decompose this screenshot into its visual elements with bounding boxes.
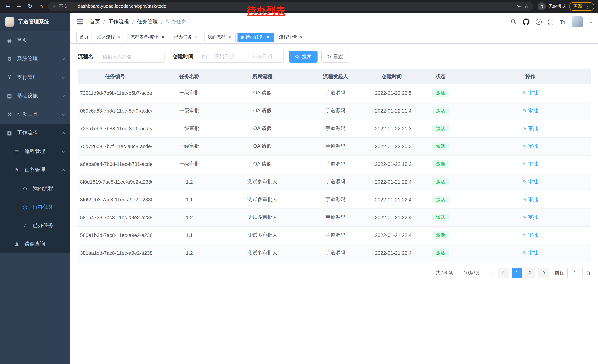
- close-icon[interactable]: ×: [299, 35, 304, 40]
- breadcrumb-item[interactable]: 工作流程: [108, 18, 129, 25]
- sidebar-item-process-mgmt[interactable]: ≣ 流程管理: [0, 142, 70, 161]
- date-range-picker[interactable]: 开始日期 - 结束日期: [198, 51, 284, 63]
- bookmark-star-icon[interactable]: ☆: [524, 3, 529, 9]
- breadcrumb-item[interactable]: 首页: [90, 18, 100, 25]
- tab-done-tasks[interactable]: 已办任务 ×: [171, 32, 202, 42]
- tab-start-process[interactable]: 发起流程 ×: [94, 32, 125, 42]
- status-badge: 激活: [432, 249, 449, 257]
- chevron-down-icon[interactable]: [590, 20, 593, 24]
- tab-home[interactable]: 首页 ×: [76, 32, 92, 42]
- breadcrumb-item[interactable]: 待办任务: [166, 18, 187, 25]
- page-number-button[interactable]: 2: [525, 267, 535, 278]
- chevron-icon: [62, 112, 65, 115]
- forward-icon[interactable]: →: [15, 2, 23, 10]
- search-button[interactable]: 搜索: [289, 51, 317, 63]
- table-row: 725a1eb6-7b88-11ec-8ef0-acde48001122 一级审…: [78, 120, 590, 138]
- tab-todo-tasks[interactable]: 待办任务 ×: [238, 32, 274, 42]
- process-name-input[interactable]: [98, 51, 165, 63]
- close-icon[interactable]: ×: [160, 35, 166, 40]
- address-bar[interactable]: ⚠ 不安全 dashboard.yudao.iocoder.cn/bpm/tas…: [48, 2, 533, 11]
- sidebar-collapse-button[interactable]: [76, 19, 84, 24]
- sidebar-item-my-process[interactable]: ⊙ 我的流程: [0, 179, 70, 198]
- cell-process: 测试多审批人: [227, 226, 299, 244]
- app-window: 芋道管理系统 ◉ 首页 ⚙ 系统管理: [0, 13, 598, 364]
- approve-link[interactable]: ✎ 审批: [523, 196, 538, 203]
- sidebar-item-task-mgmt[interactable]: ⚑ 任务管理: [0, 161, 70, 179]
- topbar: / 首页 / 工作流程 / 任务管理: [70, 13, 598, 31]
- menu-dots-icon[interactable]: ⋮: [585, 4, 590, 9]
- browser-chrome: ← → ↻ ⌂ ⚠ 不安全 dashboard.yudao.iocoder.cn…: [0, 0, 598, 13]
- table-row: 75d72608-7b7f-11ec-a3c8-acde48001122 一级审…: [78, 138, 590, 155]
- edit-icon: ✎: [523, 250, 526, 256]
- sidebar-item-system[interactable]: ⚙ 系统管理: [0, 50, 70, 68]
- sidebar-item-infrastructure[interactable]: ▤ 基础设施: [0, 87, 70, 105]
- close-icon[interactable]: ×: [265, 35, 270, 40]
- github-icon[interactable]: [523, 18, 529, 25]
- approve-link[interactable]: ✎ 审批: [523, 125, 538, 132]
- sidebar-item-payment[interactable]: ¥ 支付管理: [0, 68, 70, 87]
- tab-label: 首页: [80, 34, 89, 40]
- approve-link[interactable]: ✎ 审批: [523, 214, 538, 221]
- browser-home-icon[interactable]: ⌂: [37, 2, 45, 10]
- breadcrumb-segment: / 任务管理: [129, 18, 158, 25]
- next-page-button[interactable]: [538, 267, 549, 278]
- edit-icon: ✎: [523, 126, 526, 131]
- page-size-value: 10条/页: [464, 269, 480, 276]
- breadcrumb-segment: / 首页: [90, 18, 100, 25]
- cell-task-id: 580e1b3d-7ac8-11ec-a9e2-a2380e71991a: [78, 226, 152, 244]
- tab-label: 发起流程: [97, 34, 115, 40]
- dashboard-icon: ◉: [6, 37, 13, 43]
- calendar-icon: [202, 54, 207, 59]
- sidebar-item-leave-query[interactable]: ♟ 请假查询: [0, 235, 70, 253]
- breadcrumb-item[interactable]: 任务管理: [137, 18, 158, 25]
- prev-page-button[interactable]: [498, 267, 509, 278]
- approve-link[interactable]: ✎ 审批: [523, 232, 538, 238]
- avatar[interactable]: [572, 16, 583, 27]
- sidebar-item-workflow[interactable]: ▦ 工作流程: [0, 124, 70, 142]
- password-key-icon[interactable]: [516, 4, 522, 9]
- tab-form-edit[interactable]: 流程表单-编辑 ×: [127, 32, 169, 42]
- edit-icon: ✎: [523, 179, 526, 184]
- cell-created-time: 2022-01-22 23:53:32: [373, 84, 411, 102]
- sidebar-item-done-tasks[interactable]: ✓ 已办任务: [0, 216, 70, 235]
- approve-link[interactable]: ✎ 审批: [523, 178, 538, 185]
- column-header: 任务编号: [78, 69, 152, 84]
- status-badge: 激活: [432, 89, 449, 97]
- cell-initiator: 芋道源码: [298, 244, 373, 262]
- approve-link[interactable]: ✎ 审批: [523, 143, 538, 150]
- tab-my-process[interactable]: 我的流程 ×: [204, 32, 236, 42]
- search-icon[interactable]: [510, 19, 516, 25]
- page-number-button[interactable]: 1: [512, 267, 522, 278]
- table-row: 381aa1dd-7ac8-11ec-a9e2-a2380e71991a 1.2…: [78, 244, 590, 262]
- menu-item-label: 支付管理: [17, 74, 38, 81]
- tab-label: 流程详情: [279, 34, 297, 40]
- sidebar-item-devtools[interactable]: ⚒ 研发工具: [0, 105, 70, 124]
- goto-label: 前往: [555, 269, 564, 276]
- sidebar-item-home[interactable]: ◉ 首页: [0, 31, 70, 50]
- workflow-icon: ▦: [6, 130, 13, 136]
- eye-icon: ◎: [22, 204, 29, 210]
- fullscreen-icon[interactable]: [548, 19, 553, 25]
- sidebar-item-todo-tasks[interactable]: ◎ 待办任务: [0, 198, 70, 216]
- font-size-icon[interactable]: TT: [560, 19, 565, 25]
- goto-page-input[interactable]: [567, 267, 583, 278]
- chevron-down-icon: [489, 271, 492, 274]
- approve-link[interactable]: ✎ 审批: [523, 161, 538, 167]
- back-icon[interactable]: ←: [4, 2, 12, 10]
- page-size-select[interactable]: 10条/页: [460, 267, 495, 278]
- tab-process-detail[interactable]: 流程详情 ×: [276, 32, 307, 42]
- approve-link[interactable]: ✎ 审批: [523, 90, 538, 96]
- close-icon[interactable]: ×: [194, 35, 199, 40]
- cell-task-name: 1.1: [152, 191, 226, 209]
- reset-button[interactable]: ↻ 重置: [321, 51, 349, 63]
- help-icon[interactable]: ?: [536, 19, 541, 25]
- menu-item-label: 流程管理: [25, 148, 45, 155]
- close-icon[interactable]: ×: [117, 35, 122, 40]
- approve-link[interactable]: ✎ 审批: [523, 107, 538, 114]
- cell-initiator: 芋道源码: [298, 173, 373, 191]
- close-icon[interactable]: ×: [227, 35, 232, 40]
- update-button[interactable]: 更新 ⋮: [569, 2, 594, 11]
- menu-item-label: 任务管理: [25, 167, 45, 173]
- approve-link[interactable]: ✎ 审批: [523, 250, 538, 256]
- reload-icon[interactable]: ↻: [26, 2, 34, 10]
